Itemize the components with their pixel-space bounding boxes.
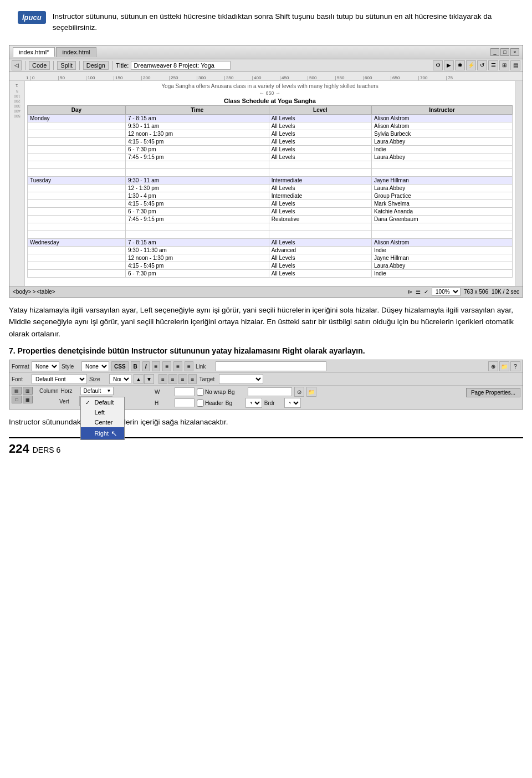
refresh-icon[interactable]: ↺: [477, 60, 487, 70]
cell-level: Intermediate: [269, 176, 371, 184]
cell-day: [28, 192, 126, 199]
validate-icon[interactable]: ⚡: [466, 60, 476, 70]
size-down-icon[interactable]: ▼: [144, 374, 154, 384]
table-row: Wednesday 7 - 8:15 am All Levels Alison …: [28, 238, 513, 246]
yoga-header-text: Yoga Sangha offers Anusara class in a va…: [27, 83, 513, 89]
align-center-button[interactable]: ≡: [162, 361, 171, 371]
dw-scrollbar[interactable]: [515, 81, 523, 286]
minimize-button[interactable]: _: [490, 48, 499, 56]
cell-level: All Levels: [269, 269, 371, 277]
size-text: 10K / 2 sec: [492, 289, 519, 295]
sync-icon[interactable]: ⊞: [499, 60, 509, 70]
css-button[interactable]: CSS: [111, 361, 129, 371]
view-icon[interactable]: ▤: [510, 60, 520, 70]
align-justify-button[interactable]: ≡: [185, 361, 193, 371]
maximize-button[interactable]: □: [500, 48, 509, 56]
cell-time: 7:45 - 9:15 pm: [125, 215, 269, 223]
props-col-row-1: Column Horz Default ▼ ✓ Default: [39, 387, 150, 395]
options-icon[interactable]: ☰: [488, 60, 498, 70]
table-row: 6 - 7:30 pm All Levels Katchie Ananda: [28, 207, 513, 215]
link-input[interactable]: [216, 361, 326, 371]
bg-input-1[interactable]: [248, 387, 292, 396]
link-icon[interactable]: ⊕: [488, 361, 498, 371]
dw-tab-secondary[interactable]: index.html: [56, 47, 96, 57]
cell-time: 1:30 - 4 pm: [125, 192, 269, 199]
style-select[interactable]: None: [81, 361, 109, 371]
page-properties-button[interactable]: Page Properties...: [466, 388, 520, 397]
bold-button[interactable]: B: [131, 361, 140, 371]
cell-empty: [28, 231, 126, 238]
cell-instructor: Alison Alstrom: [372, 122, 513, 130]
help-icon[interactable]: ?: [510, 361, 520, 371]
design-view-button[interactable]: Design: [83, 61, 109, 70]
format-select[interactable]: None: [32, 361, 59, 371]
bg-select[interactable]: ▼: [245, 398, 262, 408]
w-input[interactable]: [175, 387, 195, 396]
align-right-button[interactable]: ≡: [173, 361, 182, 371]
dimensions-text: 763 x 506: [464, 289, 488, 295]
h-input[interactable]: [175, 398, 195, 407]
align-left-button[interactable]: ≡: [152, 361, 161, 371]
ordered-list-button[interactable]: ≡: [168, 374, 177, 384]
outdent-button[interactable]: ≡: [188, 374, 197, 384]
unordered-list-button[interactable]: ≡: [158, 374, 167, 384]
dw-main-content[interactable]: Yoga Sangha offers Anusara class in a va…: [25, 81, 515, 286]
row-icon[interactable]: ▥: [23, 387, 33, 395]
code-indicator3: 200: [14, 99, 21, 103]
dw-tab-active[interactable]: index.html*: [13, 47, 55, 57]
dropdown-arrow-icon: ▼: [107, 388, 111, 393]
title-input[interactable]: [131, 61, 231, 70]
dw-toolbar: ◁ Code Split Design Title: ⚙ ▶ ✱ ⚡ ↺ ☰ ⊞…: [9, 59, 523, 72]
schedule-table: Day Time Level Instructor Monday 7 - 8:1…: [27, 105, 513, 278]
ruler-mark-75: 75: [446, 76, 474, 80]
table-row: 12 - 1:30 pm All Levels Laura Abbey: [28, 184, 513, 192]
header-checkbox[interactable]: [197, 400, 204, 407]
dropdown-item-left[interactable]: Left: [81, 407, 124, 417]
horz-dropdown-trigger[interactable]: Default ▼: [80, 387, 114, 395]
dropdown-item-right[interactable]: Right ↖: [81, 427, 124, 439]
preview-icon[interactable]: ▶: [444, 60, 454, 70]
debug-icon[interactable]: ✱: [455, 60, 465, 70]
italic-button[interactable]: I: [142, 361, 150, 371]
back-button[interactable]: ◁: [12, 60, 22, 70]
split-view-button[interactable]: Split: [57, 61, 75, 70]
font-label: Font: [12, 376, 29, 382]
dropdown-item-label: Center: [94, 419, 112, 426]
cell-level: All Levels: [269, 153, 371, 161]
style-label: Style: [62, 364, 79, 370]
size-up-icon[interactable]: ▲: [134, 374, 144, 384]
close-button[interactable]: ×: [510, 48, 519, 56]
status-icon: ⊳: [408, 289, 412, 295]
link-browse-icon[interactable]: 📁: [499, 361, 509, 371]
zoom-select[interactable]: 100%: [432, 288, 461, 296]
bg-browse-icon[interactable]: 📁: [306, 387, 316, 397]
bg-label-2: Bg: [226, 400, 243, 406]
table-row: [28, 161, 513, 168]
dreamweaver-window: index.html* index.html _ □ × ◁ Code Spli…: [9, 45, 523, 298]
cell-instructor: Dana Greenbaum: [372, 215, 513, 223]
bg-color-icon[interactable]: ⊙: [294, 387, 304, 397]
no-wrap-checkbox[interactable]: [197, 388, 204, 396]
cell-level: All Levels: [269, 207, 371, 215]
horz-dropdown[interactable]: Default ▼ ✓ Default Left: [80, 387, 114, 395]
props-row-1: Format None Style None CSS B I ≡ ≡ ≡ ≡ L…: [9, 360, 523, 373]
indent-button[interactable]: ≡: [178, 374, 187, 384]
ruler-mark-500: 500: [308, 76, 335, 80]
header-text: Header: [205, 400, 223, 406]
brdr-select[interactable]: ▼: [284, 398, 301, 408]
breadcrumb-body: <body>: [13, 289, 31, 295]
cell-time: 9:30 - 11 am: [125, 176, 269, 184]
dropdown-item-center[interactable]: Center: [81, 417, 124, 427]
cell-day: [28, 199, 126, 207]
file-icon[interactable]: ⚙: [433, 60, 443, 70]
merge-icon[interactable]: □: [12, 396, 22, 403]
split-icon[interactable]: ▦: [23, 396, 33, 403]
font-select[interactable]: Default Font: [32, 374, 87, 384]
dropdown-item-default[interactable]: ✓ Default: [81, 397, 124, 407]
table-row: 4:15 - 5:45 pm All Levels Laura Abbey: [28, 262, 513, 269]
col-icon[interactable]: ▤: [12, 387, 22, 395]
header-label: Header: [197, 400, 223, 407]
size-select[interactable]: None: [109, 374, 131, 384]
target-select[interactable]: [219, 374, 263, 384]
code-view-button[interactable]: Code: [29, 61, 50, 70]
